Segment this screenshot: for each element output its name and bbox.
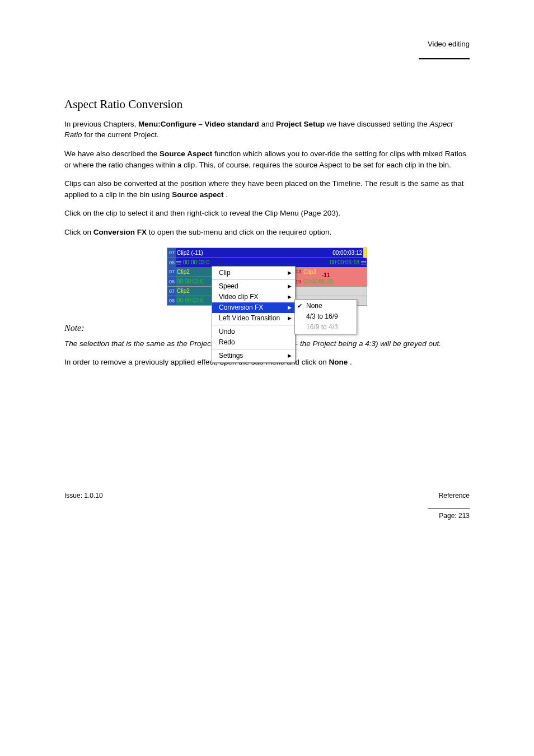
submenu-item-169-43: 16/9 to 4/3 (295, 322, 357, 333)
clip-time[interactable]: 00:00:05:20 (302, 277, 367, 286)
para-5: Click on Conversion FX to open the sub-m… (64, 227, 470, 238)
check-icon: ✔ (297, 302, 306, 311)
chevron-right-icon: ▶ (288, 269, 292, 277)
page-footer: Issue: 1.0.10 Reference Page: 213 (64, 491, 470, 521)
para-1: In previous Chapters, Menu:Configure – V… (64, 119, 470, 141)
footer-section: Reference (439, 492, 470, 500)
section-header: Video editing (64, 39, 470, 62)
menu-item-left-video-transition[interactable]: Left Video Transition ▶ (212, 313, 295, 324)
clip-label[interactable]: Clip2 (-11) (176, 248, 332, 258)
chevron-right-icon: ▶ (288, 352, 292, 360)
submenu-conversion-fx: ✔ None 4/3 to 16/9 16/9 to 4/3 (294, 299, 357, 334)
clip-label[interactable]: Clip2 (176, 287, 212, 296)
para-2: We have also described the Source Aspect… (64, 148, 470, 170)
row-number: 06 (167, 258, 176, 267)
chevron-right-icon: ▶ (288, 283, 292, 290)
clip-offset: -11 (322, 272, 330, 280)
page-title: Aspect Ratio Conversion (64, 96, 470, 113)
chevron-right-icon: ▶ (288, 304, 292, 311)
clip-label[interactable]: Clip3 (302, 267, 367, 277)
hamburger-icon[interactable] (176, 258, 182, 267)
context-menu: Clip ▶ Speed ▶ Video clip FX ▶ Conversio… (212, 266, 296, 363)
menu-item-settings[interactable]: Settings ▶ (212, 351, 295, 361)
section-name: Video editing (64, 39, 470, 50)
row-number: 07 (167, 287, 176, 296)
clip-edge[interactable] (363, 248, 367, 258)
row-number: 06 (167, 277, 176, 286)
clip-label[interactable]: Clip2 (176, 267, 212, 277)
hamburger-icon[interactable] (360, 258, 367, 267)
menu-item-speed[interactable]: Speed ▶ (212, 281, 295, 292)
screenshot-figure: 07 Clip2 (-11) 00:00:03:12 06 00:00:03:0… (167, 248, 367, 306)
menu-item-conversion-fx[interactable]: Conversion FX ▶ (212, 302, 295, 313)
submenu-item-none[interactable]: ✔ None (295, 301, 357, 311)
para-4: Click on the clip to select it and then … (64, 208, 470, 219)
clip-time[interactable]: 00:00:03:0 (176, 296, 212, 305)
menu-item-video-clip-fx[interactable]: Video clip FX ▶ (212, 292, 295, 302)
clip-time: 00:00:03:12 (332, 248, 363, 258)
chevron-right-icon: ▶ (288, 293, 292, 301)
section-underline (419, 58, 470, 59)
row-number: 06 (167, 296, 176, 305)
row-number: 07 (167, 248, 176, 258)
para-3: Clips can also be converted at the posit… (64, 178, 470, 200)
clip-time: 00:00:06:18 (330, 258, 360, 267)
clip-time[interactable]: 00:00:03:0 (176, 277, 212, 286)
footer-underline (428, 508, 470, 508)
chevron-right-icon: ▶ (288, 315, 292, 322)
menu-item-redo[interactable]: Redo (212, 337, 295, 348)
menu-item-clip[interactable]: Clip ▶ (212, 268, 295, 278)
submenu-item-43-169[interactable]: 4/3 to 16/9 (295, 311, 357, 322)
footer-page: Page: 213 (439, 512, 470, 520)
row-number: 07 (167, 267, 176, 277)
menu-item-undo[interactable]: Undo (212, 326, 295, 337)
footer-issue: Issue: 1.0.10 (64, 491, 103, 501)
timeline-row: 07 Clip2 (-11) 00:00:03:12 (167, 248, 367, 258)
